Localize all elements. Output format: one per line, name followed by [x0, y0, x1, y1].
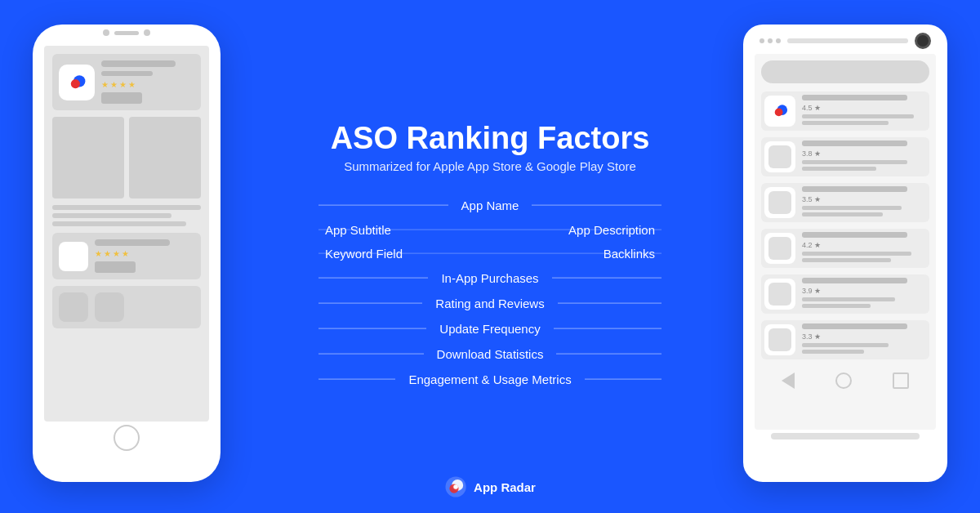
- android-top-bar: [755, 25, 936, 54]
- line-right-engagement: [585, 378, 662, 379]
- android-app-info-1: 4.5 ★: [802, 95, 926, 127]
- iphone-third-icon-2: [95, 292, 124, 322]
- logo-area: App Radar: [444, 475, 536, 498]
- app-radar-logo-icon: [444, 475, 467, 498]
- main-title: ASO Ranking Factors: [318, 122, 662, 156]
- android-rating-5: 3.9 ★: [802, 287, 926, 295]
- android-app-row-2: 3.8 ★: [761, 137, 929, 176]
- factor-row-subtitle-desc: App Subtitle App Description: [318, 217, 662, 241]
- android-app-info-3: 3.5 ★: [802, 186, 926, 219]
- android-app-row-4: 4.2 ★: [761, 229, 929, 268]
- factor-rating-reviews: Rating and Reviews: [318, 290, 662, 315]
- svg-point-2: [71, 79, 80, 88]
- android-speaker-bottom: [771, 433, 920, 439]
- android-screen: 4.5 ★ 3.8 ★ 3.5 ★: [755, 54, 936, 430]
- factor-label-keyword-field: Keyword Field: [318, 246, 409, 260]
- android-app-row-5: 3.9 ★: [761, 274, 929, 314]
- android-dots: [760, 38, 781, 43]
- iphone-screen: ★★★★ ★★★★: [44, 46, 209, 422]
- android-app-icon-6: [764, 324, 795, 355]
- iphone-third-app: [52, 286, 201, 328]
- factor-row-keyword-backlinks: Keyword Field Backlinks: [318, 241, 662, 265]
- factor-label-download: Download Statistics: [424, 346, 557, 360]
- factor-label-rating: Rating and Reviews: [422, 296, 557, 310]
- android-rating-3: 3.5 ★: [802, 195, 926, 203]
- iphone-app-name-bar: [101, 60, 176, 67]
- android-app-info-6: 3.3 ★: [802, 323, 926, 356]
- iphone-second-app-icon: [59, 242, 88, 271]
- factor-update-frequency: Update Frequency: [318, 315, 662, 341]
- line-left-download: [318, 353, 424, 354]
- factor-label-engagement: Engagement & Usage Metrics: [395, 372, 584, 386]
- factor-label-backlinks: Backlinks: [597, 246, 662, 260]
- screenshot-1: [52, 117, 124, 199]
- factor-label-app-subtitle: App Subtitle: [318, 222, 398, 236]
- iphone-notch: [94, 25, 159, 41]
- iphone-stars: ★★★★: [101, 80, 194, 89]
- factor-engagement: Engagement & Usage Metrics: [318, 366, 662, 391]
- center-content: ASO Ranking Factors Summarized for Apple…: [318, 122, 662, 392]
- android-rating-4: 4.2 ★: [802, 241, 926, 249]
- android-camera: [915, 33, 931, 49]
- android-app-icon-4: [764, 233, 795, 264]
- line-left-iap: [318, 277, 428, 278]
- line-right-download: [556, 353, 662, 354]
- home-button: [114, 425, 140, 451]
- android-app-info-4: 4.2 ★: [802, 232, 926, 265]
- factor-download-stats: Download Statistics: [318, 341, 662, 366]
- iphone-home: [44, 422, 209, 454]
- main-subtitle: Summarized for Apple App Store & Google …: [318, 158, 662, 172]
- android-rating-6: 3.3 ★: [802, 332, 926, 341]
- iphone-app-icon: [59, 65, 95, 100]
- iphone-app-header: ★★★★: [52, 54, 201, 110]
- android-recents-button: [893, 372, 909, 389]
- android-app-icon-1: [764, 96, 795, 127]
- iphone-camera: [103, 29, 109, 36]
- android-app-icon-5: [764, 279, 795, 310]
- android-rating-1: 4.5 ★: [802, 104, 926, 112]
- iphone-app-info: ★★★★: [101, 60, 194, 104]
- svg-point-9: [453, 484, 458, 489]
- iphone-stars-2: ★★★★: [95, 249, 194, 258]
- android-search-bar: [761, 60, 929, 83]
- android-app-info-5: 3.9 ★: [802, 278, 926, 310]
- app-radar-brand-name: App Radar: [474, 480, 536, 494]
- line-left-rating: [318, 302, 422, 303]
- factor-label-app-description: App Description: [562, 222, 662, 236]
- svg-point-5: [775, 109, 783, 117]
- android-app-icon-2: [764, 141, 795, 172]
- iphone-second-app: ★★★★: [52, 233, 201, 279]
- iphone-third-icon-1: [59, 292, 88, 322]
- android-app-icon-3: [764, 187, 795, 218]
- line-left-engagement: [318, 378, 395, 379]
- android-bottom-nav: [761, 366, 929, 395]
- android-dot-2: [768, 38, 773, 43]
- factor-label-iap: In-App Purchases: [428, 270, 551, 284]
- android-app-row-3: 3.5 ★: [761, 183, 929, 222]
- iphone-get-btn: [101, 92, 142, 104]
- factor-label-app-name: App Name: [448, 198, 532, 212]
- line-left-update: [318, 328, 426, 328]
- line-right-iap: [552, 277, 662, 278]
- android-app-info-2: 3.8 ★: [802, 141, 926, 173]
- android-dot-3: [776, 38, 781, 43]
- factor-app-name: App Name: [318, 192, 662, 217]
- factor-in-app-purchases: In-App Purchases: [318, 265, 662, 290]
- iphone-mockup: ★★★★ ★★★★: [33, 25, 220, 482]
- iphone-screenshots: [52, 117, 201, 199]
- line-left-app-name: [318, 204, 448, 205]
- iphone-desc-bars: [52, 205, 201, 226]
- android-app-row-6: 3.3 ★: [761, 320, 929, 359]
- iphone-camera-2: [144, 29, 150, 36]
- factor-label-update: Update Frequency: [426, 321, 553, 335]
- line-right-app-name: [532, 204, 662, 205]
- android-home-button: [835, 372, 852, 389]
- line-right-update: [554, 328, 662, 328]
- factors-list: App Name App Subtitle App Description Ke…: [318, 192, 662, 391]
- android-mockup: 4.5 ★ 3.8 ★ 3.5 ★: [743, 25, 947, 482]
- android-back-button: [782, 372, 795, 389]
- android-dot-1: [760, 38, 764, 43]
- android-app-row-1: 4.5 ★: [761, 91, 929, 131]
- iphone-app-name-bar-2: [101, 71, 153, 76]
- iphone-speaker: [114, 31, 139, 35]
